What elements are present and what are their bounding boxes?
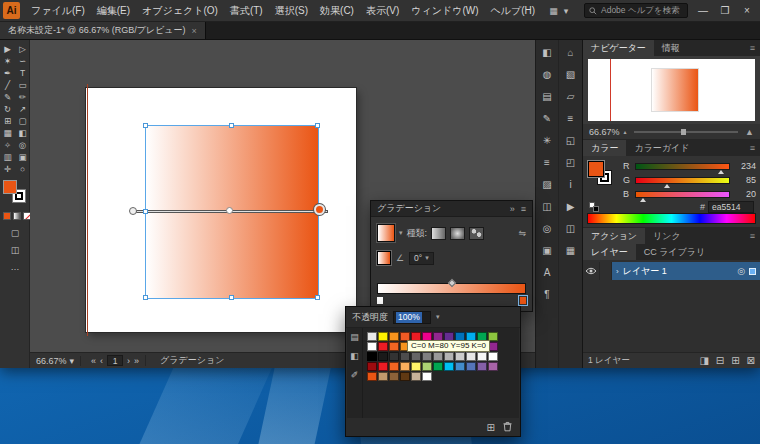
visibility-toggle[interactable] <box>583 262 600 280</box>
graphic-styles-icon[interactable]: ▣ <box>539 244 555 257</box>
swatch-libraries-icon[interactable]: ▤ <box>350 332 359 342</box>
opacity-dropdown-icon[interactable]: ▾ <box>436 313 440 321</box>
hand-tool[interactable]: ✛ <box>0 163 15 175</box>
green-value[interactable]: 85 <box>734 175 756 185</box>
delete-layer-icon[interactable]: ⊠ <box>747 355 755 366</box>
swatch[interactable] <box>433 362 443 371</box>
tab-color[interactable]: カラー <box>583 140 626 156</box>
swatch[interactable] <box>422 352 432 361</box>
gradient-annotator-end[interactable] <box>314 204 325 215</box>
delete-swatch-icon[interactable] <box>503 421 512 434</box>
expand-chevron-icon[interactable]: › <box>616 267 619 276</box>
close-button[interactable]: × <box>736 0 758 22</box>
swatch[interactable] <box>455 362 465 371</box>
slider-thumb[interactable] <box>681 129 686 135</box>
swatches-icon[interactable]: ▤ <box>539 90 555 103</box>
menu-item-7[interactable]: 表示(V) <box>360 0 405 22</box>
transparency-icon[interactable]: ◫ <box>539 200 555 213</box>
layer-row-selected[interactable]: › レイヤー 1 ◎ <box>612 262 760 280</box>
gradient-panel-header[interactable]: グラデーション » ≡ <box>371 201 532 217</box>
new-swatch-icon[interactable]: ⊞ <box>487 422 495 433</box>
red-value[interactable]: 234 <box>734 161 756 171</box>
type-tool[interactable]: T <box>15 67 30 79</box>
target-icon[interactable]: ◎ <box>737 266 745 276</box>
rectangle-tool[interactable]: ▭ <box>15 79 30 91</box>
selection-handle[interactable] <box>229 295 234 300</box>
swatch[interactable] <box>400 362 410 371</box>
swatch[interactable] <box>389 372 399 381</box>
eyedropper-icon[interactable]: ✐ <box>351 370 359 380</box>
tab-links[interactable]: リンク <box>645 228 689 244</box>
artboard-tool[interactable]: ▣ <box>15 151 30 163</box>
gradient-midpoint-handle[interactable] <box>447 279 455 287</box>
opacity-input[interactable]: 100% <box>393 311 431 324</box>
clipping-mask-icon[interactable]: ◨ <box>699 355 708 366</box>
info-icon[interactable]: i <box>563 178 579 191</box>
symbols-icon[interactable]: ✳ <box>539 134 555 147</box>
first-artboard-icon[interactable]: « <box>91 356 96 366</box>
menu-item-5[interactable]: 選択(S) <box>269 0 314 22</box>
tab-cc-libraries[interactable]: CC ライブラリ <box>636 244 714 260</box>
color-button[interactable] <box>3 212 11 220</box>
navigator-thumbnail[interactable] <box>588 59 755 121</box>
eyedropper-tool[interactable]: ✧ <box>0 139 15 151</box>
last-artboard-icon[interactable]: » <box>134 356 139 366</box>
tab-layers[interactable]: レイヤー <box>583 244 636 260</box>
layer-row[interactable]: › レイヤー 1 ◎ <box>583 262 760 280</box>
blue-slider[interactable] <box>635 191 730 198</box>
swatch[interactable] <box>466 362 476 371</box>
swatch[interactable] <box>444 352 454 361</box>
panel-menu-icon[interactable]: ≡ <box>745 40 760 56</box>
swatch[interactable] <box>389 332 399 341</box>
menu-item-1[interactable]: ファイル(F) <box>25 0 91 22</box>
slider-thumb[interactable] <box>664 184 670 188</box>
linear-gradient-button[interactable] <box>431 227 446 240</box>
swatch[interactable] <box>367 342 377 351</box>
appearance-icon[interactable]: ◎ <box>539 222 555 235</box>
asset-export-icon[interactable]: ▱ <box>563 90 579 103</box>
prev-artboard-icon[interactable]: ‹ <box>100 356 103 366</box>
red-slider[interactable] <box>635 163 730 170</box>
blue-value[interactable]: 20 <box>734 189 756 199</box>
brushes-icon[interactable]: ✎ <box>539 112 555 125</box>
swatch[interactable] <box>378 362 388 371</box>
swatch[interactable] <box>378 352 388 361</box>
line-tool[interactable]: ╱ <box>0 79 15 91</box>
links-icon[interactable]: ◫ <box>563 222 579 235</box>
freeform-gradient-button[interactable] <box>469 227 484 240</box>
zoom-out-icon[interactable]: ▴ <box>624 128 627 135</box>
hex-input[interactable]: ea5514 <box>708 201 754 213</box>
chevron-down-icon[interactable]: ▾ <box>70 356 75 366</box>
slider-thumb[interactable] <box>640 198 646 202</box>
selection-handle[interactable] <box>143 295 148 300</box>
gradient-annotator-start[interactable] <box>129 207 137 215</box>
pathfinder-icon[interactable]: ◱ <box>563 134 579 147</box>
swatch[interactable] <box>367 352 377 361</box>
rotate-tool[interactable]: ↻ <box>0 103 15 115</box>
actions-icon[interactable]: ▶ <box>563 200 579 213</box>
gradient-button[interactable] <box>13 212 21 220</box>
swatch[interactable] <box>422 362 432 371</box>
gradient-angle-input[interactable]: 0° ▾ <box>409 252 434 265</box>
lasso-tool[interactable]: ∽ <box>15 55 30 67</box>
swatch[interactable] <box>367 332 377 341</box>
magic-wand-tool[interactable]: ✶ <box>0 55 15 67</box>
more-tools-icon[interactable]: … <box>11 262 20 272</box>
gradient-thumbnail[interactable] <box>377 224 395 242</box>
gradient-slider-bar[interactable] <box>377 283 526 294</box>
slider-thumb[interactable] <box>718 170 724 174</box>
gradient-icon[interactable]: ▨ <box>539 178 555 191</box>
swatch[interactable] <box>367 362 377 371</box>
gradient-stop-start[interactable] <box>376 296 384 305</box>
menu-item-8[interactable]: ウィンドウ(W) <box>405 0 484 22</box>
gradient-preset-dropdown-icon[interactable]: ▾ <box>399 229 403 237</box>
tab-info[interactable]: 情報 <box>654 40 688 56</box>
character-icon[interactable]: A <box>539 266 555 279</box>
panel-menu-icon[interactable]: ≡ <box>521 204 526 214</box>
layers-icon[interactable]: ▦ <box>563 244 579 257</box>
gradient-fill-swatch[interactable] <box>377 251 391 265</box>
next-artboard-icon[interactable]: › <box>127 356 130 366</box>
menu-item-2[interactable]: 編集(E) <box>91 0 136 22</box>
scale-tool[interactable]: ↗ <box>15 103 30 115</box>
swatch[interactable] <box>378 332 388 341</box>
